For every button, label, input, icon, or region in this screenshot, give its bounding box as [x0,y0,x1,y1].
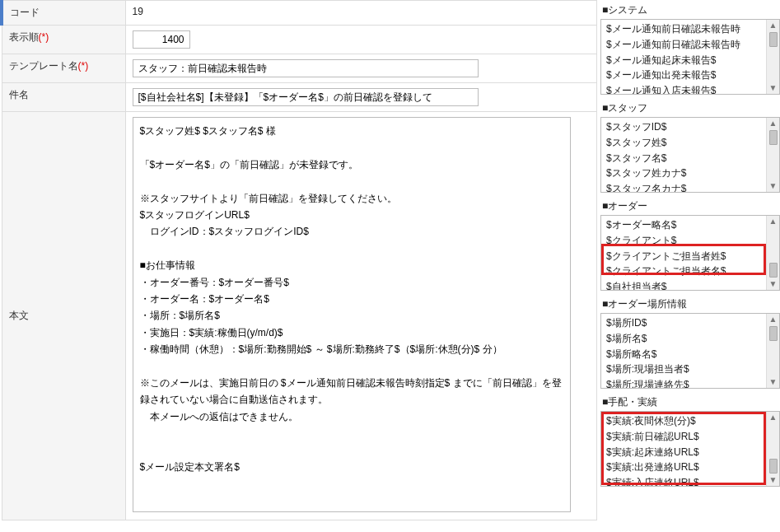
scrollbar[interactable]: ▲▼ [766,20,779,94]
variable-item[interactable]: $メール通知前日確認未報告時 [601,21,766,37]
variable-item[interactable]: $オーダー略名$ [601,217,766,233]
scroll-up-icon[interactable]: ▲ [769,118,778,129]
section-title: ■オーダー場所情報 [600,294,780,313]
scroll-thumb[interactable] [769,263,778,278]
body-label: 本文 [2,112,125,520]
variable-listbox[interactable]: $実績:夜間休憩(分)$$実績:前日確認URL$$実績:起床連絡URL$$実績:… [600,411,780,487]
display-order-label: 表示順(*) [2,26,125,54]
variable-list: $メール通知前日確認未報告時$メール通知前日確認未報告時$メール通知起床未報告$… [601,20,766,94]
scrollbar[interactable]: ▲▼ [766,314,779,388]
template-name-label: テンプレート名(*) [2,54,125,83]
scroll-track[interactable] [769,423,778,474]
variable-list: $実績:夜間休憩(分)$$実績:前日確認URL$$実績:起床連絡URL$$実績:… [601,412,766,486]
variable-listbox[interactable]: $メール通知前日確認未報告時$メール通知前日確認未報告時$メール通知起床未報告$… [600,19,780,95]
form-table: コード 19 表示順(*) テンプレート名(*) 件名 [0,0,597,520]
variable-item[interactable]: $スタッフID$ [601,119,766,135]
variable-list: $オーダー略名$$クライアント$$クライアントご担当者姓$$クライアントご担当者… [601,216,766,290]
variable-list: $スタッフID$$スタッフ姓$$スタッフ名$$スタッフ姓カナ$$スタッフ名カナ$ [601,118,766,192]
scroll-down-icon[interactable]: ▼ [769,474,778,486]
variable-item[interactable]: $メール通知前日確認未報告時 [601,37,766,53]
section-title: ■手配・実績 [600,392,780,411]
scroll-down-icon[interactable]: ▼ [769,278,778,290]
variable-item[interactable]: $実績:起床連絡URL$ [601,445,766,460]
scrollbar[interactable]: ▲▼ [766,412,779,486]
scroll-down-icon[interactable]: ▼ [769,82,778,94]
display-order-input[interactable] [133,30,190,49]
scroll-track[interactable] [769,227,778,278]
scroll-up-icon[interactable]: ▲ [769,412,778,423]
scroll-thumb[interactable] [769,326,778,341]
scroll-up-icon[interactable]: ▲ [769,216,778,227]
variable-item[interactable]: $自社担当者$ [601,279,766,290]
variable-item[interactable]: $場所ID$ [601,315,766,331]
scrollbar[interactable]: ▲▼ [766,118,779,192]
template-name-input[interactable] [133,59,479,77]
variable-item[interactable]: $スタッフ名カナ$ [601,181,766,192]
variable-listbox[interactable]: $スタッフID$$スタッフ姓$$スタッフ名$$スタッフ姓カナ$$スタッフ名カナ$… [600,117,780,193]
variable-listbox[interactable]: $場所ID$$場所名$$場所略名$$場所:現場担当者$$場所:現場連絡先$▲▼ [600,313,780,389]
scroll-thumb[interactable] [769,32,778,47]
variable-item[interactable]: $スタッフ姓$ [601,135,766,151]
variable-item[interactable]: $実績:入店連絡URL$ [601,475,766,486]
variable-item[interactable]: $スタッフ名$ [601,151,766,166]
section-title: ■オーダー [600,196,780,215]
scroll-up-icon[interactable]: ▲ [769,20,778,31]
scroll-thumb[interactable] [769,459,778,474]
variable-item[interactable]: $スタッフ姓カナ$ [601,166,766,181]
variable-item[interactable]: $場所略名$ [601,347,766,362]
subject-label: 件名 [2,83,125,112]
variable-item[interactable]: $メール通知起床未報告$ [601,53,766,68]
required-marker: (*) [39,31,49,43]
scroll-track[interactable] [769,31,778,82]
scroll-thumb[interactable] [769,130,778,145]
subject-input[interactable] [133,88,479,106]
variable-list: $場所ID$$場所名$$場所略名$$場所:現場担当者$$場所:現場連絡先$ [601,314,766,388]
variable-item[interactable]: $メール通知出発未報告$ [601,68,766,83]
body-textarea[interactable] [133,117,571,512]
variable-item[interactable]: $場所:現場連絡先$ [601,377,766,388]
scroll-down-icon[interactable]: ▼ [769,180,778,192]
scroll-track[interactable] [769,325,778,376]
variable-panel: ■システム$メール通知前日確認未報告時$メール通知前日確認未報告時$メール通知起… [597,0,780,520]
scroll-up-icon[interactable]: ▲ [769,314,778,325]
variable-item[interactable]: $クライアント$ [601,233,766,249]
variable-item[interactable]: $メール通知入店未報告$ [601,83,766,94]
variable-item[interactable]: $場所名$ [601,331,766,347]
variable-item[interactable]: $実績:夜間休憩(分)$ [601,413,766,429]
required-marker: (*) [78,60,89,72]
variable-item[interactable]: $実績:出発連絡URL$ [601,460,766,475]
variable-item[interactable]: $実績:前日確認URL$ [601,429,766,445]
code-value: 19 [125,1,597,26]
section-title: ■スタッフ [600,98,780,117]
code-label: コード [2,1,125,26]
scroll-track[interactable] [769,129,778,180]
variable-item[interactable]: $クライアントご担当者姓$ [601,249,766,264]
scrollbar[interactable]: ▲▼ [766,216,779,290]
section-title: ■システム [600,0,780,19]
scroll-down-icon[interactable]: ▼ [769,376,778,388]
variable-item[interactable]: $場所:現場担当者$ [601,362,766,377]
variable-listbox[interactable]: $オーダー略名$$クライアント$$クライアントご担当者姓$$クライアントご担当者… [600,215,780,291]
variable-item[interactable]: $クライアントご担当者名$ [601,264,766,279]
